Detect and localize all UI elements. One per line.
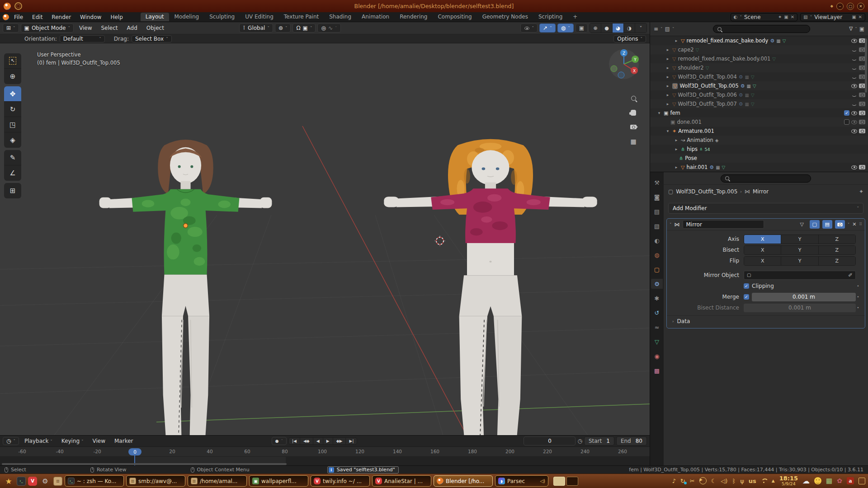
- menu-render[interactable]: Render: [47, 14, 75, 20]
- hide-toggle[interactable]: [851, 111, 857, 115]
- nightlight-tray-icon[interactable]: ☾: [711, 478, 717, 484]
- menu-marker[interactable]: Marker: [111, 438, 137, 444]
- menu-file[interactable]: File: [10, 14, 27, 20]
- prev-keyframe-button[interactable]: ◀◆: [300, 438, 313, 444]
- clock[interactable]: 18:15 5/9/24: [779, 475, 798, 487]
- clipboard-tray-icon[interactable]: ✂: [690, 478, 695, 484]
- axis-x-button[interactable]: X: [744, 235, 781, 244]
- window-titlebar[interactable]: Blender [/home/amalie/Desktop/blender/se…: [0, 0, 868, 12]
- tab-geometry-nodes[interactable]: Geometry Nodes: [477, 13, 533, 21]
- tab-material[interactable]: ◉: [651, 351, 663, 361]
- snapping-toggle[interactable]: Ω ▣ ˅: [292, 23, 316, 33]
- pivot-point-selector[interactable]: ⊚ ˅: [275, 23, 291, 33]
- tab-particles[interactable]: ✱: [651, 293, 663, 303]
- app-launcher-icon[interactable]: ★: [3, 477, 14, 486]
- task-vivaldi-twily[interactable]: V twily.info ~/ ...: [311, 475, 370, 487]
- options-dropdown[interactable]: Options ˅: [613, 35, 646, 42]
- axis-z-button[interactable]: Z: [819, 235, 855, 244]
- on-cage-toggle[interactable]: ▢: [810, 220, 820, 229]
- outliner-row-collection[interactable]: ▣ done.001: [650, 117, 868, 127]
- new-viewlayer-icon[interactable]: ▣: [852, 14, 856, 19]
- properties-search-input[interactable]: [721, 174, 811, 183]
- display-mode-icon[interactable]: ▧: [665, 26, 670, 32]
- navigation-gizmo[interactable]: Z Y X: [608, 48, 640, 80]
- maximize-button[interactable]: ▢: [847, 3, 854, 10]
- tool-cursor[interactable]: ⊕: [4, 69, 21, 84]
- blender-menu-icon[interactable]: [3, 14, 9, 20]
- mode-selector[interactable]: ▣ Object Mode ˅: [21, 23, 74, 33]
- character-right[interactable]: [373, 133, 608, 435]
- tab-physics[interactable]: ↺: [651, 308, 663, 318]
- show-desktop-button[interactable]: [859, 478, 865, 484]
- hide-toggle[interactable]: [851, 103, 857, 106]
- tool-measure[interactable]: ∠: [4, 165, 21, 181]
- tab-sculpting[interactable]: Sculpting: [204, 13, 240, 21]
- camera-view-button[interactable]: [627, 121, 639, 133]
- realtime-display-toggle[interactable]: ▤: [822, 220, 832, 229]
- hide-toggle[interactable]: [851, 39, 857, 43]
- keyboard-layout-indicator[interactable]: us: [749, 478, 756, 484]
- settings-launcher-icon[interactable]: ⚙: [39, 477, 51, 485]
- bluetooth-tray-icon[interactable]: ᛒ: [732, 478, 736, 484]
- current-frame-field[interactable]: 0: [524, 436, 576, 446]
- clipping-checkbox[interactable]: ✓: [744, 283, 749, 289]
- menu-edit[interactable]: Edit: [28, 14, 47, 20]
- calculator-icon[interactable]: ▦: [826, 477, 832, 485]
- tool-add-cube[interactable]: ⊞: [4, 183, 21, 198]
- outliner-row[interactable]: ▸▽ hair.001 ⚙▦▽: [650, 163, 868, 172]
- desktop-1[interactable]: [553, 477, 565, 486]
- package-launcher-icon[interactable]: ▥: [53, 477, 62, 486]
- play-reverse-button[interactable]: ◀: [313, 438, 323, 444]
- pin-icon[interactable]: ✦: [859, 188, 863, 195]
- outliner-row-collection[interactable]: ▾▣ fem ✓: [650, 108, 868, 117]
- outliner-scrollbar[interactable]: [865, 38, 867, 93]
- jump-to-start-button[interactable]: |◀: [289, 438, 300, 444]
- 3d-viewport[interactable]: User Perspective (0) fem | Wolf3D_Outfit…: [0, 43, 650, 435]
- wifi-icon[interactable]: [761, 479, 767, 483]
- auto-keying-toggle[interactable]: ● ˅: [272, 437, 287, 445]
- hide-toggle[interactable]: [851, 129, 857, 133]
- outliner-row[interactable]: ▾✶ Armature.001: [650, 127, 868, 136]
- wine-icon[interactable]: ✿: [837, 477, 842, 484]
- vivaldi-launcher-icon[interactable]: V: [28, 477, 37, 486]
- render-toggle[interactable]: [859, 75, 865, 79]
- music-tray-icon[interactable]: ♪: [672, 478, 676, 484]
- menu-add[interactable]: Add: [123, 25, 141, 31]
- hide-toggle[interactable]: [851, 66, 857, 70]
- desktop-2[interactable]: [566, 477, 578, 486]
- editor-timeline-button[interactable]: ◷ ˅: [3, 437, 19, 445]
- tab-view-layer[interactable]: ▧: [651, 221, 663, 231]
- transform-orientation-selector[interactable]: ⊺ Global ˅: [239, 23, 273, 33]
- tab-object-data[interactable]: ▽: [651, 337, 663, 347]
- tab-shading[interactable]: Shading: [324, 13, 356, 21]
- tab-object[interactable]: ▢: [651, 264, 663, 274]
- tool-transform[interactable]: ◈: [4, 132, 21, 148]
- tool-rotate[interactable]: ↻: [4, 102, 21, 117]
- data-subpanel-toggle[interactable]: › Data: [667, 315, 865, 326]
- tool-select-box[interactable]: ↖: [4, 53, 21, 69]
- tab-modeling[interactable]: Modeling: [170, 13, 204, 21]
- tab-compositing[interactable]: Compositing: [433, 13, 476, 21]
- hide-toggle[interactable]: [851, 75, 857, 79]
- flip-z-button[interactable]: Z: [819, 257, 855, 265]
- pin-icon[interactable]: ✦: [778, 14, 782, 19]
- tab-scene[interactable]: ◐: [651, 235, 663, 245]
- drag-handle-icon[interactable]: ⠿: [859, 222, 862, 226]
- collection-checkbox[interactable]: [844, 119, 849, 125]
- render-toggle[interactable]: ✕: [859, 66, 865, 70]
- modifier-name-field[interactable]: Mirror: [683, 220, 764, 229]
- tab-layout[interactable]: Layout: [141, 13, 169, 21]
- hide-toggle[interactable]: [851, 84, 857, 88]
- show-in-editmode-vertex-icon[interactable]: ▽: [797, 220, 807, 229]
- merge-checkbox[interactable]: ✓: [744, 294, 749, 300]
- hide-toggle[interactable]: [851, 57, 857, 61]
- render-toggle[interactable]: [859, 165, 865, 169]
- add-workspace-button[interactable]: +: [568, 13, 582, 21]
- delete-modifier-button[interactable]: ✕: [852, 222, 856, 227]
- next-keyframe-button[interactable]: ◆▶: [333, 438, 346, 444]
- task-konsole[interactable]: ›_ ~ : zsh — Ko...: [65, 475, 124, 487]
- timeline-scrollbar[interactable]: [2, 463, 287, 465]
- flip-y-button[interactable]: Y: [781, 257, 818, 265]
- outliner-row-active[interactable]: ▸▽ Wolf3D_Outfit_Top.005 ⚙▦▽: [650, 81, 868, 90]
- tab-uv-editing[interactable]: UV Editing: [240, 13, 278, 21]
